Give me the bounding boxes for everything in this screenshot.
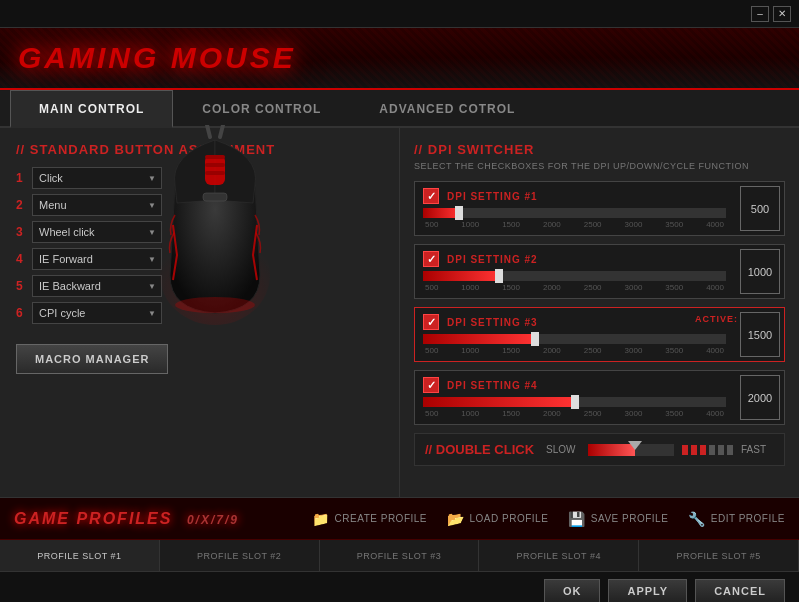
dpi-slider-3-area: 500 1000 1500 2000 2500 3000 3500 4000 (423, 334, 776, 355)
button-select-2[interactable]: Menu (32, 194, 162, 216)
dpi-label-2: DPI SETTING #2 (447, 254, 776, 265)
dpi-setting-2: DPI SETTING #2 500 1000 1500 2000 2500 3… (414, 244, 785, 299)
tab-advanced[interactable]: ADVANCED COTROL (350, 90, 544, 126)
button-select-3[interactable]: Wheel click (32, 221, 162, 243)
svg-point-6 (175, 297, 255, 313)
dpi-checkbox-3[interactable] (423, 314, 439, 330)
profile-slot-5[interactable]: PROFILE SLOT #5 (639, 540, 799, 571)
svg-rect-1 (205, 155, 225, 185)
dpi-slider-4-labels: 500 1000 1500 2000 2500 3000 3500 4000 (423, 409, 726, 418)
dc-slider[interactable] (588, 444, 674, 456)
cancel-button[interactable]: CANCEL (695, 579, 785, 602)
dpi-subtitle: SELECT THE CHECKBOXES FOR THE DPI UP/DOW… (414, 161, 785, 171)
dpi-value-3[interactable]: 1500 (740, 312, 780, 357)
dc-dot-1 (682, 445, 688, 455)
main-content: STANDARD BUTTON ASSIGNMENT 1 Click 2 Men… (0, 128, 799, 498)
dc-dot-5 (718, 445, 724, 455)
select-wrapper-2: Menu (32, 194, 162, 216)
dpi-label-4: DPI SETTING #4 (447, 380, 776, 391)
app-header: GAMING MOUSE (0, 28, 799, 90)
dpi-slider-1-area: 500 1000 1500 2000 2500 3000 3500 4000 (423, 208, 776, 229)
dpi-checkbox-2[interactable] (423, 251, 439, 267)
select-wrapper-1: Click (32, 167, 162, 189)
button-select-4[interactable]: IE Forward (32, 248, 162, 270)
dc-dot-2 (691, 445, 697, 455)
dpi-slider-2-area: 500 1000 1500 2000 2500 3000 3500 4000 (423, 271, 776, 292)
button-select-5[interactable]: IE Backward (32, 275, 162, 297)
create-profile-icon: 📁 (312, 511, 330, 527)
button-num-4: 4 (16, 252, 32, 266)
tab-main[interactable]: MAIN CONTROL (10, 90, 173, 128)
load-profile-icon: 📂 (447, 511, 465, 527)
svg-rect-2 (205, 155, 225, 159)
dc-fast-label: FAST (741, 444, 766, 455)
minimize-button[interactable]: – (751, 6, 769, 22)
close-button[interactable]: ✕ (773, 6, 791, 22)
dpi-setting-2-header: DPI SETTING #2 (423, 251, 776, 267)
save-profile-icon: 💾 (568, 511, 586, 527)
svg-rect-3 (205, 163, 225, 167)
load-profile-button[interactable]: 📂 LOAD PROFILE (447, 511, 548, 527)
dpi-slider-2-labels: 500 1000 1500 2000 2500 3000 3500 4000 (423, 283, 726, 292)
select-wrapper-5: IE Backward (32, 275, 162, 297)
dpi-slider-2[interactable] (423, 271, 726, 281)
dpi-value-2[interactable]: 1000 (740, 249, 780, 294)
button-num-2: 2 (16, 198, 32, 212)
button-num-5: 5 (16, 279, 32, 293)
mouse-image (155, 125, 365, 415)
profile-slots: PROFILE SLOT #1 PROFILE SLOT #2 PROFILE … (0, 540, 799, 572)
profiles-title: GAME PROFILES 0/X/7/9 (14, 510, 239, 528)
button-num-6: 6 (16, 306, 32, 320)
dpi-setting-3-header: DPI SETTING #3 ACTIVE: (423, 314, 776, 330)
profile-slot-3[interactable]: PROFILE SLOT #3 (320, 540, 480, 571)
dpi-setting-4: DPI SETTING #4 500 1000 1500 2000 2500 3… (414, 370, 785, 425)
edit-profile-button[interactable]: 🔧 EDIT PROFILE (688, 511, 785, 527)
dc-dot-4 (709, 445, 715, 455)
dc-dot-3 (700, 445, 706, 455)
dpi-slider-4-area: 500 1000 1500 2000 2500 3000 3500 4000 (423, 397, 776, 418)
button-select-1[interactable]: Click (32, 167, 162, 189)
profiles-bar: GAME PROFILES 0/X/7/9 📁 CREATE PROFILE 📂… (0, 498, 799, 540)
app-title: GAMING MOUSE (18, 41, 296, 75)
dpi-checkbox-1[interactable] (423, 188, 439, 204)
dpi-setting-4-header: DPI SETTING #4 (423, 377, 776, 393)
tab-color[interactable]: COLOR CONTROL (173, 90, 350, 126)
profile-slot-4[interactable]: PROFILE SLOT #4 (479, 540, 639, 571)
dc-slow-label: SLOW (546, 444, 575, 455)
macro-manager-button[interactable]: MACRO MANAGER (16, 344, 168, 374)
right-panel: DPI SWITCHER SELECT THE CHECKBOXES FOR T… (400, 128, 799, 497)
tab-bar: MAIN CONTROL COLOR CONTROL ADVANCED COTR… (0, 90, 799, 128)
save-profile-button[interactable]: 💾 SAVE PROFILE (568, 511, 668, 527)
dpi-checkbox-4[interactable] (423, 377, 439, 393)
select-wrapper-6: CPI cycle (32, 302, 162, 324)
create-profile-button[interactable]: 📁 CREATE PROFILE (312, 511, 427, 527)
select-wrapper-3: Wheel click (32, 221, 162, 243)
dpi-label-1: DPI SETTING #1 (447, 191, 776, 202)
double-click-title: DOUBLE CLICK (425, 442, 534, 457)
double-click-section: DOUBLE CLICK SLOW FAST (414, 433, 785, 466)
apply-button[interactable]: APPLY (608, 579, 687, 602)
ok-button[interactable]: OK (544, 579, 601, 602)
active-dpi-badge: ACTIVE: (695, 314, 738, 324)
profile-slot-1[interactable]: PROFILE SLOT #1 (0, 540, 160, 571)
dpi-slider-3[interactable] (423, 334, 726, 344)
button-num-3: 3 (16, 225, 32, 239)
profile-slot-2[interactable]: PROFILE SLOT #2 (160, 540, 320, 571)
button-select-6[interactable]: CPI cycle (32, 302, 162, 324)
select-wrapper-4: IE Forward (32, 248, 162, 270)
svg-rect-4 (205, 171, 225, 175)
dpi-setting-1-header: DPI SETTING #1 (423, 188, 776, 204)
dpi-setting-3: DPI SETTING #3 ACTIVE: 500 1000 1500 200… (414, 307, 785, 362)
dpi-slider-3-labels: 500 1000 1500 2000 2500 3000 3500 4000 (423, 346, 726, 355)
dpi-slider-4[interactable] (423, 397, 726, 407)
dpi-slider-1[interactable] (423, 208, 726, 218)
dpi-value-4[interactable]: 2000 (740, 375, 780, 420)
dpi-title: DPI SWITCHER (414, 142, 785, 157)
button-num-1: 1 (16, 171, 32, 185)
dc-speed-indicators (682, 445, 733, 455)
footer: OK APPLY CANCEL (0, 572, 799, 602)
svg-rect-5 (203, 193, 227, 201)
dpi-slider-1-labels: 500 1000 1500 2000 2500 3000 3500 4000 (423, 220, 726, 229)
dpi-setting-1: DPI SETTING #1 500 1000 1500 2000 2500 3… (414, 181, 785, 236)
dpi-value-1[interactable]: 500 (740, 186, 780, 231)
